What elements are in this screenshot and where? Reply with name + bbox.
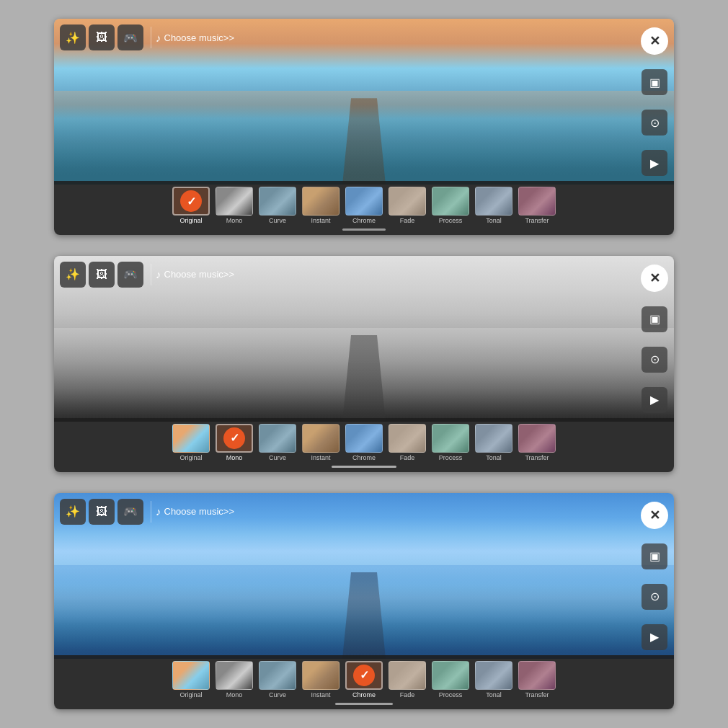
check-circle-3: ✓ <box>353 665 375 686</box>
gamepad-button-1[interactable]: 🎮 <box>117 25 143 50</box>
filter-fade-2[interactable]: Fade <box>389 424 426 461</box>
video-button-1[interactable]: ▣ <box>642 69 667 95</box>
image-button-1[interactable]: 🖼 <box>89 25 115 50</box>
camera-button-2[interactable]: ⊙ <box>642 347 667 373</box>
close-button-1[interactable]: ✕ <box>641 27 668 55</box>
filter-thumb-tonal-1[interactable] <box>475 187 512 216</box>
filter-instant-3[interactable]: Instant <box>302 661 339 698</box>
filter-transfer-3[interactable]: Transfer <box>518 661 556 698</box>
filter-thumb-curve-2[interactable] <box>259 424 296 453</box>
filter-thumb-chrome-2[interactable] <box>345 424 383 453</box>
toolbar-1: ✨ 🖼 🎮 ♪ Choose music>> <box>60 25 668 50</box>
gamepad-button-2[interactable]: 🎮 <box>117 262 143 288</box>
close-button-3[interactable]: ✕ <box>641 502 668 529</box>
scroll-indicator-2[interactable] <box>332 466 396 468</box>
film-button-3[interactable]: ▶ <box>642 624 667 650</box>
filter-thumb-process-1[interactable] <box>432 187 469 216</box>
video-button-3[interactable]: ▣ <box>642 543 667 569</box>
wand-button-2[interactable]: ✨ <box>60 262 86 288</box>
film-button-1[interactable]: ▶ <box>642 150 667 176</box>
filter-row-2: Original ✓ Mono Curve Instant <box>167 424 561 461</box>
filter-thumb-fade-3[interactable] <box>389 661 426 690</box>
choose-music-text-1[interactable]: Choose music>> <box>164 32 235 43</box>
filter-process-3[interactable]: Process <box>432 661 469 698</box>
filter-curve-3[interactable]: Curve <box>259 661 296 698</box>
music-label-1[interactable]: ♪ Choose music>> <box>156 32 234 44</box>
filter-fade-3[interactable]: Fade <box>389 661 426 698</box>
filter-thumb-tonal-2[interactable] <box>475 424 512 453</box>
check-circle-1: ✓ <box>180 190 202 212</box>
filter-label-chrome-1: Chrome <box>352 217 376 224</box>
filter-thumb-fade-1[interactable] <box>389 187 426 216</box>
filter-curve-1[interactable]: Curve <box>259 187 296 224</box>
filter-label-tonal-3: Tonal <box>486 691 502 698</box>
filter-tonal-2[interactable]: Tonal <box>475 424 512 461</box>
filter-thumb-curve-1[interactable] <box>259 187 296 216</box>
filter-check-mono-2[interactable]: ✓ <box>216 424 253 453</box>
filter-thumb-transfer-1[interactable] <box>518 187 556 216</box>
close-button-2[interactable]: ✕ <box>641 265 668 292</box>
pier-2 <box>342 335 386 422</box>
choose-music-text-2[interactable]: Choose music>> <box>164 269 235 280</box>
filter-thumb-instant-3[interactable] <box>302 661 339 690</box>
filter-thumb-instant-2[interactable] <box>302 424 339 453</box>
filter-mono-3[interactable]: Mono <box>216 661 253 698</box>
filter-chrome-2[interactable]: Chrome <box>345 424 383 461</box>
filter-thumb-tonal-3[interactable] <box>475 661 512 690</box>
filter-curve-2[interactable]: Curve <box>259 424 296 461</box>
filter-label-transfer-1: Transfer <box>525 217 549 224</box>
scroll-indicator-1[interactable] <box>342 228 386 231</box>
filter-tonal-1[interactable]: Tonal <box>475 187 512 224</box>
filter-thumb-original-3[interactable] <box>172 661 210 690</box>
filter-label-process-2: Process <box>439 454 463 461</box>
filter-mono-1[interactable]: Mono <box>216 187 253 224</box>
image-button-2[interactable]: 🖼 <box>89 262 115 288</box>
filter-instant-1[interactable]: Instant <box>302 187 339 224</box>
video-button-2[interactable]: ▣ <box>642 306 667 332</box>
filter-thumb-curve-3[interactable] <box>259 661 296 690</box>
filter-row-3: Original Mono Curve Instant ✓ <box>167 661 561 698</box>
filter-label-original-3: Original <box>179 691 202 698</box>
panel-3: ✨ 🖼 🎮 ♪ Choose music>> ✕ ▣ ⊙ ▶ O <box>54 493 674 709</box>
filter-transfer-2[interactable]: Transfer <box>518 424 556 461</box>
choose-music-text-3[interactable]: Choose music>> <box>164 506 235 517</box>
gamepad-button-3[interactable]: 🎮 <box>117 499 143 525</box>
filter-process-2[interactable]: Process <box>432 424 469 461</box>
filter-thumb-fade-2[interactable] <box>389 424 426 453</box>
filter-tonal-3[interactable]: Tonal <box>475 661 512 698</box>
filter-label-instant-3: Instant <box>311 691 330 698</box>
filter-thumb-mono-3[interactable] <box>216 661 253 690</box>
music-label-3[interactable]: ♪ Choose music>> <box>156 505 234 518</box>
scroll-indicator-3[interactable] <box>335 703 393 705</box>
wand-button-3[interactable]: ✨ <box>60 499 86 525</box>
filter-check-original-1[interactable]: ✓ <box>172 187 210 216</box>
film-button-2[interactable]: ▶ <box>642 387 667 413</box>
filter-transfer-1[interactable]: Transfer <box>518 187 556 224</box>
filter-check-chrome-3[interactable]: ✓ <box>345 661 383 690</box>
photo-area-3: ✨ 🖼 🎮 ♪ Choose music>> ✕ ▣ ⊙ ▶ <box>54 493 674 659</box>
filter-instant-2[interactable]: Instant <box>302 424 339 461</box>
filter-mono-2[interactable]: ✓ Mono <box>216 424 253 461</box>
filter-chrome-3[interactable]: ✓ Chrome <box>345 661 383 698</box>
filter-chrome-1[interactable]: Chrome <box>345 187 383 224</box>
music-label-2[interactable]: ♪ Choose music>> <box>156 268 234 280</box>
filter-thumb-original-2[interactable] <box>172 424 210 453</box>
camera-button-1[interactable]: ⊙ <box>642 110 667 136</box>
filter-process-1[interactable]: Process <box>432 187 469 224</box>
filter-fade-1[interactable]: Fade <box>389 187 426 224</box>
filter-thumb-process-2[interactable] <box>432 424 469 453</box>
filter-original-3[interactable]: Original <box>172 661 210 698</box>
filter-thumb-instant-1[interactable] <box>302 187 339 216</box>
camera-button-3[interactable]: ⊙ <box>642 584 667 610</box>
filter-original-1[interactable]: ✓ Original <box>172 187 210 224</box>
filter-thumb-transfer-3[interactable] <box>518 661 556 690</box>
image-button-3[interactable]: 🖼 <box>89 499 115 525</box>
filter-original-2[interactable]: Original <box>172 424 210 461</box>
wand-button-1[interactable]: ✨ <box>60 25 86 50</box>
filter-thumb-mono-1[interactable] <box>216 187 253 216</box>
pier-3 <box>342 572 386 659</box>
filter-thumb-chrome-1[interactable] <box>345 187 383 216</box>
filter-label-curve-2: Curve <box>269 454 286 461</box>
filter-thumb-transfer-2[interactable] <box>518 424 556 453</box>
filter-thumb-process-3[interactable] <box>432 661 469 690</box>
